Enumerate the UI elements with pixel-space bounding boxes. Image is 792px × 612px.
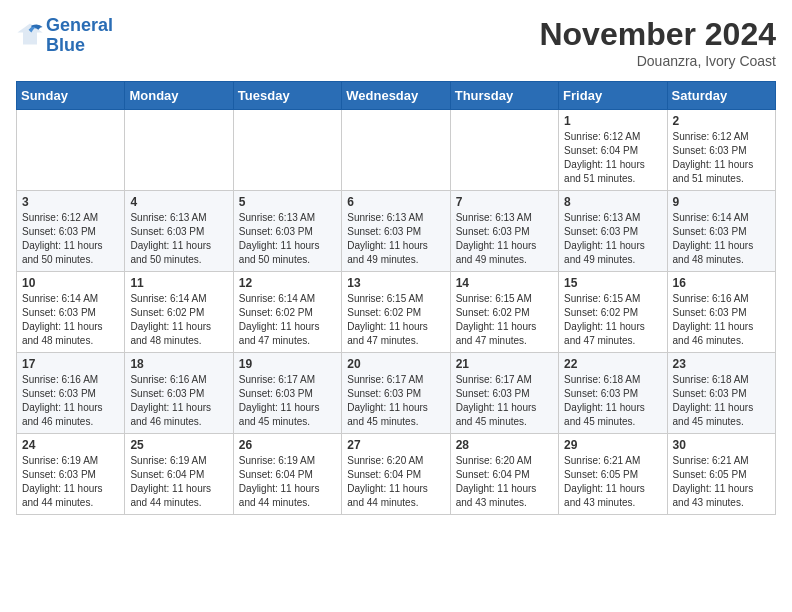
- calendar-cell: 4Sunrise: 6:13 AM Sunset: 6:03 PM Daylig…: [125, 191, 233, 272]
- day-info: Sunrise: 6:16 AM Sunset: 6:03 PM Dayligh…: [673, 292, 770, 348]
- day-info: Sunrise: 6:17 AM Sunset: 6:03 PM Dayligh…: [239, 373, 336, 429]
- calendar-cell: 9Sunrise: 6:14 AM Sunset: 6:03 PM Daylig…: [667, 191, 775, 272]
- calendar-cell: 30Sunrise: 6:21 AM Sunset: 6:05 PM Dayli…: [667, 434, 775, 515]
- weekday-header-sunday: Sunday: [17, 82, 125, 110]
- calendar-cell: 16Sunrise: 6:16 AM Sunset: 6:03 PM Dayli…: [667, 272, 775, 353]
- day-info: Sunrise: 6:12 AM Sunset: 6:03 PM Dayligh…: [22, 211, 119, 267]
- weekday-header-saturday: Saturday: [667, 82, 775, 110]
- day-number: 14: [456, 276, 553, 290]
- day-number: 5: [239, 195, 336, 209]
- day-info: Sunrise: 6:19 AM Sunset: 6:04 PM Dayligh…: [130, 454, 227, 510]
- title-block: November 2024 Douanzra, Ivory Coast: [539, 16, 776, 69]
- calendar-cell: 14Sunrise: 6:15 AM Sunset: 6:02 PM Dayli…: [450, 272, 558, 353]
- calendar-cell: 13Sunrise: 6:15 AM Sunset: 6:02 PM Dayli…: [342, 272, 450, 353]
- day-info: Sunrise: 6:13 AM Sunset: 6:03 PM Dayligh…: [564, 211, 661, 267]
- day-number: 17: [22, 357, 119, 371]
- day-info: Sunrise: 6:14 AM Sunset: 6:02 PM Dayligh…: [239, 292, 336, 348]
- day-info: Sunrise: 6:19 AM Sunset: 6:04 PM Dayligh…: [239, 454, 336, 510]
- day-number: 20: [347, 357, 444, 371]
- day-number: 3: [22, 195, 119, 209]
- calendar-cell: 22Sunrise: 6:18 AM Sunset: 6:03 PM Dayli…: [559, 353, 667, 434]
- day-info: Sunrise: 6:13 AM Sunset: 6:03 PM Dayligh…: [347, 211, 444, 267]
- calendar-cell: 10Sunrise: 6:14 AM Sunset: 6:03 PM Dayli…: [17, 272, 125, 353]
- calendar-week-row: 24Sunrise: 6:19 AM Sunset: 6:03 PM Dayli…: [17, 434, 776, 515]
- day-number: 25: [130, 438, 227, 452]
- calendar-cell: 29Sunrise: 6:21 AM Sunset: 6:05 PM Dayli…: [559, 434, 667, 515]
- day-number: 19: [239, 357, 336, 371]
- calendar-cell: 15Sunrise: 6:15 AM Sunset: 6:02 PM Dayli…: [559, 272, 667, 353]
- weekday-header-monday: Monday: [125, 82, 233, 110]
- day-number: 21: [456, 357, 553, 371]
- calendar-week-row: 17Sunrise: 6:16 AM Sunset: 6:03 PM Dayli…: [17, 353, 776, 434]
- day-number: 18: [130, 357, 227, 371]
- day-info: Sunrise: 6:17 AM Sunset: 6:03 PM Dayligh…: [347, 373, 444, 429]
- page-header: General Blue November 2024 Douanzra, Ivo…: [16, 16, 776, 69]
- day-info: Sunrise: 6:21 AM Sunset: 6:05 PM Dayligh…: [564, 454, 661, 510]
- day-info: Sunrise: 6:16 AM Sunset: 6:03 PM Dayligh…: [130, 373, 227, 429]
- day-number: 7: [456, 195, 553, 209]
- calendar-cell: 28Sunrise: 6:20 AM Sunset: 6:04 PM Dayli…: [450, 434, 558, 515]
- logo-icon: [16, 20, 44, 48]
- day-number: 29: [564, 438, 661, 452]
- calendar-cell: 7Sunrise: 6:13 AM Sunset: 6:03 PM Daylig…: [450, 191, 558, 272]
- calendar-cell: 2Sunrise: 6:12 AM Sunset: 6:03 PM Daylig…: [667, 110, 775, 191]
- day-info: Sunrise: 6:13 AM Sunset: 6:03 PM Dayligh…: [239, 211, 336, 267]
- calendar-week-row: 10Sunrise: 6:14 AM Sunset: 6:03 PM Dayli…: [17, 272, 776, 353]
- weekday-header-row: SundayMondayTuesdayWednesdayThursdayFrid…: [17, 82, 776, 110]
- day-info: Sunrise: 6:14 AM Sunset: 6:03 PM Dayligh…: [22, 292, 119, 348]
- day-info: Sunrise: 6:14 AM Sunset: 6:02 PM Dayligh…: [130, 292, 227, 348]
- day-number: 4: [130, 195, 227, 209]
- day-info: Sunrise: 6:15 AM Sunset: 6:02 PM Dayligh…: [347, 292, 444, 348]
- calendar-table: SundayMondayTuesdayWednesdayThursdayFrid…: [16, 81, 776, 515]
- calendar-cell: 27Sunrise: 6:20 AM Sunset: 6:04 PM Dayli…: [342, 434, 450, 515]
- calendar-cell: 19Sunrise: 6:17 AM Sunset: 6:03 PM Dayli…: [233, 353, 341, 434]
- weekday-header-tuesday: Tuesday: [233, 82, 341, 110]
- calendar-cell: [17, 110, 125, 191]
- calendar-cell: 18Sunrise: 6:16 AM Sunset: 6:03 PM Dayli…: [125, 353, 233, 434]
- calendar-cell: 8Sunrise: 6:13 AM Sunset: 6:03 PM Daylig…: [559, 191, 667, 272]
- calendar-cell: 21Sunrise: 6:17 AM Sunset: 6:03 PM Dayli…: [450, 353, 558, 434]
- calendar-cell: 24Sunrise: 6:19 AM Sunset: 6:03 PM Dayli…: [17, 434, 125, 515]
- day-info: Sunrise: 6:14 AM Sunset: 6:03 PM Dayligh…: [673, 211, 770, 267]
- day-info: Sunrise: 6:16 AM Sunset: 6:03 PM Dayligh…: [22, 373, 119, 429]
- calendar-cell: 17Sunrise: 6:16 AM Sunset: 6:03 PM Dayli…: [17, 353, 125, 434]
- day-number: 1: [564, 114, 661, 128]
- calendar-cell: [233, 110, 341, 191]
- day-number: 11: [130, 276, 227, 290]
- day-number: 27: [347, 438, 444, 452]
- logo-text-line2: Blue: [46, 36, 113, 56]
- calendar-cell: 25Sunrise: 6:19 AM Sunset: 6:04 PM Dayli…: [125, 434, 233, 515]
- day-number: 28: [456, 438, 553, 452]
- day-info: Sunrise: 6:18 AM Sunset: 6:03 PM Dayligh…: [673, 373, 770, 429]
- day-number: 10: [22, 276, 119, 290]
- location: Douanzra, Ivory Coast: [539, 53, 776, 69]
- calendar-cell: [125, 110, 233, 191]
- day-number: 23: [673, 357, 770, 371]
- day-number: 24: [22, 438, 119, 452]
- calendar-cell: 3Sunrise: 6:12 AM Sunset: 6:03 PM Daylig…: [17, 191, 125, 272]
- day-number: 8: [564, 195, 661, 209]
- day-info: Sunrise: 6:17 AM Sunset: 6:03 PM Dayligh…: [456, 373, 553, 429]
- day-number: 12: [239, 276, 336, 290]
- day-info: Sunrise: 6:19 AM Sunset: 6:03 PM Dayligh…: [22, 454, 119, 510]
- calendar-cell: 12Sunrise: 6:14 AM Sunset: 6:02 PM Dayli…: [233, 272, 341, 353]
- day-number: 13: [347, 276, 444, 290]
- month-title: November 2024: [539, 16, 776, 53]
- day-info: Sunrise: 6:18 AM Sunset: 6:03 PM Dayligh…: [564, 373, 661, 429]
- calendar-cell: 26Sunrise: 6:19 AM Sunset: 6:04 PM Dayli…: [233, 434, 341, 515]
- logo-text-line1: General: [46, 16, 113, 36]
- day-number: 6: [347, 195, 444, 209]
- day-info: Sunrise: 6:20 AM Sunset: 6:04 PM Dayligh…: [456, 454, 553, 510]
- day-number: 15: [564, 276, 661, 290]
- calendar-cell: 1Sunrise: 6:12 AM Sunset: 6:04 PM Daylig…: [559, 110, 667, 191]
- weekday-header-wednesday: Wednesday: [342, 82, 450, 110]
- weekday-header-friday: Friday: [559, 82, 667, 110]
- day-info: Sunrise: 6:20 AM Sunset: 6:04 PM Dayligh…: [347, 454, 444, 510]
- calendar-body: 1Sunrise: 6:12 AM Sunset: 6:04 PM Daylig…: [17, 110, 776, 515]
- day-info: Sunrise: 6:21 AM Sunset: 6:05 PM Dayligh…: [673, 454, 770, 510]
- calendar-cell: 6Sunrise: 6:13 AM Sunset: 6:03 PM Daylig…: [342, 191, 450, 272]
- day-number: 16: [673, 276, 770, 290]
- calendar-cell: 23Sunrise: 6:18 AM Sunset: 6:03 PM Dayli…: [667, 353, 775, 434]
- day-info: Sunrise: 6:15 AM Sunset: 6:02 PM Dayligh…: [456, 292, 553, 348]
- day-info: Sunrise: 6:12 AM Sunset: 6:03 PM Dayligh…: [673, 130, 770, 186]
